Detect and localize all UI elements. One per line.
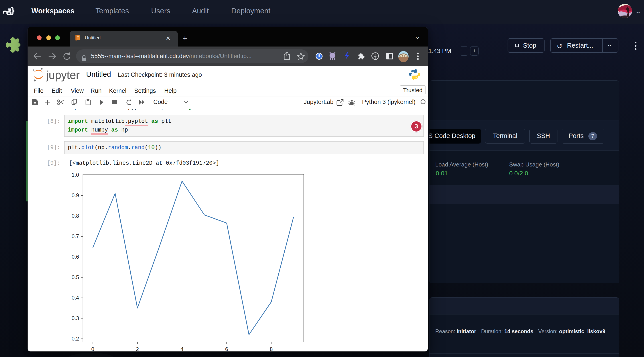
svg-text:0.3: 0.3 (72, 315, 79, 321)
svg-text:0.6: 0.6 (72, 254, 79, 260)
svg-text:0.4: 0.4 (72, 295, 79, 301)
svg-text:0.9: 0.9 (72, 192, 79, 198)
svg-text:0: 0 (91, 346, 94, 352)
svg-text:8: 8 (270, 346, 272, 352)
svg-text:1.0: 1.0 (72, 172, 79, 178)
svg-text:0.7: 0.7 (72, 233, 79, 239)
svg-text:2: 2 (136, 346, 139, 352)
svg-text:0.5: 0.5 (72, 274, 79, 280)
svg-text:0.8: 0.8 (72, 213, 79, 219)
svg-text:4: 4 (180, 346, 183, 352)
svg-text:0.2: 0.2 (72, 336, 79, 342)
svg-text:6: 6 (225, 346, 228, 352)
